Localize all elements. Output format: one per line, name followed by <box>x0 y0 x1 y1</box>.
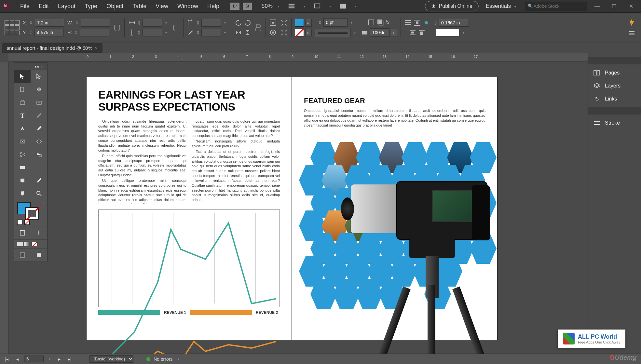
constrain-wh-icon[interactable] <box>113 24 121 32</box>
hand-tool[interactable] <box>14 187 31 200</box>
stroke-color-swatch[interactable] <box>295 29 304 36</box>
select-container-icon[interactable] <box>269 19 277 27</box>
eyedropper-tool[interactable] <box>31 174 47 187</box>
flip-h-icon[interactable] <box>235 29 242 36</box>
constrain-scale-icon[interactable] <box>172 24 180 32</box>
paragraph-style-icon[interactable]: P. <box>255 22 262 33</box>
opacity-input[interactable] <box>370 28 389 37</box>
links-panel-tab[interactable]: Links <box>588 92 641 105</box>
arrange-dropdown-icon[interactable]: ▾ <box>353 5 359 8</box>
publish-online-button[interactable]: Publish Online <box>425 1 479 11</box>
menu-object[interactable]: Object <box>102 1 128 12</box>
screen-mode-icon[interactable] <box>314 3 321 10</box>
document-tab[interactable]: annual report - final design.indd @ 50% … <box>2 43 102 53</box>
fx-icon[interactable]: fx. <box>386 20 391 25</box>
fill-dropdown-icon[interactable]: ▸ <box>305 19 312 27</box>
last-page-button[interactable]: ▸| <box>66 356 73 362</box>
line-tool[interactable] <box>31 109 47 122</box>
panel-menu-icon[interactable] <box>628 29 636 37</box>
adobe-stock-search[interactable] <box>525 2 587 11</box>
stroke-panel-tab[interactable]: Stroke <box>588 116 641 129</box>
pages-panel-tab[interactable]: Pages <box>588 66 641 79</box>
selection-tool[interactable] <box>14 70 31 83</box>
stroke-dropdown-icon[interactable]: ▸ <box>305 29 312 36</box>
workspace-switcher[interactable]: Essentials ▾ <box>482 1 522 11</box>
view-options-icon[interactable] <box>288 3 295 10</box>
text-wrap-shape-icon[interactable] <box>422 19 430 27</box>
gradient-swatch-tool[interactable] <box>14 161 31 174</box>
zoom-dropdown-icon[interactable]: ▾ <box>276 5 281 8</box>
stock-icon[interactable]: St <box>243 3 252 10</box>
shear-input[interactable] <box>201 29 221 36</box>
rectangle-frame-tool[interactable] <box>14 135 31 148</box>
x-input[interactable] <box>35 19 64 27</box>
canvas[interactable]: 01234567891011121314151617 ◂◂ × <box>0 53 588 354</box>
drop-shadow-icon[interactable] <box>376 19 384 26</box>
arrange-icon[interactable] <box>339 3 347 10</box>
apply-solid-icon[interactable] <box>17 242 23 246</box>
text-wrap-column-icon[interactable] <box>418 29 426 36</box>
menu-file[interactable]: File <box>16 1 34 12</box>
swap-fill-stroke-icon[interactable] <box>40 201 45 206</box>
tint-swatch[interactable] <box>436 29 459 36</box>
page-tool[interactable] <box>14 83 31 96</box>
scale-x-input[interactable] <box>143 19 162 27</box>
window-close[interactable]: ✕ <box>624 2 638 11</box>
menu-layout[interactable]: Layout <box>53 1 80 12</box>
gradient-feather-tool[interactable] <box>31 161 47 174</box>
reference-point-grid[interactable] <box>5 20 20 35</box>
window-minimize[interactable]: — <box>590 2 604 11</box>
view-options-dropdown-icon[interactable]: ▾ <box>302 5 307 8</box>
formatting-container-icon[interactable] <box>24 220 30 225</box>
apply-gradient-icon[interactable] <box>24 242 30 246</box>
text-wrap-jump-icon[interactable] <box>409 29 416 36</box>
pencil-tool[interactable] <box>31 122 47 135</box>
next-page-button[interactable]: ▸ <box>56 356 63 362</box>
fill-stroke-swatch[interactable] <box>14 200 47 218</box>
text-wrap-none-icon[interactable] <box>404 19 412 27</box>
menu-window[interactable]: Window <box>173 1 203 12</box>
preview-view-icon[interactable] <box>31 249 47 262</box>
corner-size-input[interactable] <box>439 19 469 27</box>
zoom-level[interactable]: 50% <box>258 2 276 11</box>
menu-edit[interactable]: Edit <box>34 1 53 12</box>
y-input[interactable] <box>34 29 64 36</box>
fit-content-icon[interactable] <box>280 19 288 27</box>
direct-selection-tool[interactable] <box>31 70 47 83</box>
quick-apply-icon[interactable] <box>627 18 636 27</box>
zoom-tool[interactable] <box>31 187 47 200</box>
corner-options-icon[interactable] <box>367 19 375 26</box>
fit-frame-icon[interactable] <box>280 29 288 36</box>
preflight-profile-select[interactable]: [Basic] (working) <box>89 355 133 363</box>
apply-none-icon[interactable] <box>32 242 37 246</box>
note-tool[interactable] <box>14 174 31 187</box>
page-number-input[interactable] <box>24 356 44 362</box>
select-content-icon[interactable] <box>269 29 277 36</box>
content-collector-tool[interactable] <box>14 96 31 109</box>
preflight-dropdown-icon[interactable]: ▾ <box>176 357 181 361</box>
menu-help[interactable]: Help <box>203 1 224 12</box>
bridge-icon[interactable]: Br <box>230 3 239 10</box>
scale-y-input[interactable] <box>143 29 162 36</box>
prev-page-button[interactable]: ◂ <box>14 356 21 362</box>
type-tool[interactable] <box>14 109 31 122</box>
stroke-weight-input[interactable] <box>323 18 348 27</box>
apply-color-icon[interactable] <box>14 226 31 239</box>
opacity-dropdown-icon[interactable]: ▸ <box>391 29 397 36</box>
page-dropdown-icon[interactable]: ▾ <box>47 357 52 361</box>
flip-v-icon[interactable] <box>244 29 252 36</box>
left-page[interactable]: EARNINGS FOR LAST YEAR SURPASS EXPECTATI… <box>86 77 292 340</box>
normal-view-icon[interactable] <box>14 249 31 262</box>
screen-mode-dropdown-icon[interactable]: ▾ <box>327 5 333 8</box>
rotate-ccw-icon[interactable] <box>235 19 242 27</box>
rotate-cw-icon[interactable] <box>244 19 252 27</box>
h-input[interactable] <box>80 29 109 36</box>
close-tab-icon[interactable]: × <box>95 45 98 51</box>
collapse-icon[interactable]: ◂◂ <box>34 64 39 69</box>
menu-view[interactable]: View <box>151 1 173 12</box>
default-fill-stroke-icon[interactable] <box>17 220 22 225</box>
layers-panel-tab[interactable]: Layers <box>588 79 641 92</box>
right-page[interactable]: FEATURED GEAR Omsequod ignatiatisi conet… <box>292 77 498 340</box>
close-icon[interactable]: × <box>41 64 45 69</box>
rotation-input[interactable] <box>201 19 221 27</box>
